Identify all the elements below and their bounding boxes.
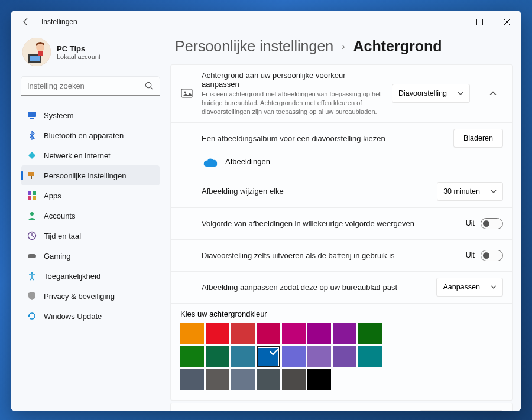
color-swatch[interactable] [358, 346, 382, 367]
nav-label: Tijd en taal [44, 232, 81, 240]
search-box [21, 77, 160, 96]
color-swatch[interactable] [307, 323, 331, 344]
chevron-up-icon [489, 90, 497, 97]
page-title: Achtergrond [353, 38, 442, 55]
close-button[interactable] [493, 12, 520, 31]
profile-name: PC Tips [57, 44, 100, 53]
shuffle-title: Volgorde van afbeeldingen in willekeurig… [202, 219, 458, 228]
search-icon [145, 82, 154, 90]
color-swatch[interactable] [257, 346, 280, 367]
color-swatch[interactable] [282, 369, 306, 390]
sidebar-item-systeem[interactable]: Systeem [21, 105, 160, 125]
color-swatch[interactable] [257, 323, 280, 344]
picture-icon [180, 87, 193, 100]
color-swatch[interactable] [206, 369, 229, 390]
color-swatch[interactable] [333, 323, 356, 344]
browse-button[interactable]: Bladeren [453, 129, 503, 148]
window-title: Instellingen [41, 18, 439, 26]
background-personalize-card: Achtergrond aan uw persoonlijke voorkeur… [170, 64, 513, 401]
album-folder-row[interactable]: Afbeeldingen [171, 154, 512, 175]
svg-rect-13 [28, 172, 34, 176]
sidebar-item-accounts[interactable]: Accounts [21, 206, 160, 226]
svg-rect-6 [30, 56, 40, 61]
svg-rect-21 [28, 254, 36, 258]
sidebar-item-bluetooth-en-apparaten[interactable]: Bluetooth en apparaten [21, 125, 160, 145]
dropdown-value: Aanpassen [443, 283, 480, 291]
sidebar-item-apps[interactable]: Apps [21, 185, 160, 206]
color-swatch-grid [180, 323, 503, 394]
maximize-button[interactable] [466, 12, 493, 31]
profile-subtitle: Lokaal account [57, 53, 100, 60]
color-swatch[interactable] [180, 369, 204, 390]
album-title: Een afbeeldingsalbum voor een diavoorste… [202, 134, 445, 143]
sidebar-item-persoonlijke-instellingen[interactable]: Persoonlijke instellingen [21, 165, 160, 185]
album-folder-name: Afbeeldingen [225, 157, 270, 166]
svg-rect-17 [28, 196, 31, 200]
svg-line-10 [151, 87, 153, 89]
shield-icon [27, 291, 37, 301]
nav-list: SysteemBluetooth en apparatenNetwerk en … [21, 105, 160, 326]
color-swatch[interactable] [206, 323, 229, 344]
access-icon [27, 271, 37, 281]
shuffle-state: Uit [466, 219, 475, 227]
color-swatch[interactable] [282, 323, 306, 344]
battery-toggle[interactable] [481, 250, 503, 261]
color-swatch[interactable] [206, 346, 229, 367]
nav-label: Privacy & beveiliging [44, 292, 115, 301]
window-controls [439, 12, 520, 31]
custom-colors-card: Aangepaste kleuren Kleuren weergeven [170, 403, 513, 411]
profile[interactable]: PC Tips Lokaal account [21, 35, 160, 77]
search-input[interactable] [21, 77, 160, 96]
interval-dropdown[interactable]: 30 minuten [437, 182, 503, 201]
sidebar-item-windows-update[interactable]: Windows Update [21, 306, 160, 326]
color-swatch[interactable] [180, 346, 204, 367]
color-swatch[interactable] [231, 346, 255, 367]
clock-icon [27, 231, 37, 240]
minimize-button[interactable] [439, 12, 466, 31]
color-swatch[interactable] [231, 369, 255, 390]
color-swatch[interactable] [180, 323, 204, 344]
chevron-down-icon [491, 188, 497, 194]
color-swatch[interactable] [231, 323, 255, 344]
color-swatch[interactable] [257, 369, 280, 390]
nav-label: Apps [44, 191, 61, 200]
monitor-icon [27, 110, 37, 120]
svg-rect-8 [38, 51, 43, 56]
bg-subtitle: Er is een achtergrond met afbeeldingen v… [202, 90, 384, 116]
color-swatch[interactable] [307, 346, 331, 367]
sidebar-item-gaming[interactable]: Gaming [21, 246, 160, 266]
breadcrumb-parent[interactable]: Persoonlijke instellingen [175, 38, 333, 55]
show-colors-button[interactable]: Kleuren weergeven [419, 410, 503, 411]
svg-rect-11 [28, 112, 36, 117]
interval-title: Afbeelding wijzigen elke [202, 187, 429, 196]
nav-label: Accounts [44, 211, 75, 220]
settings-window: Instellingen PC Tips Lokaal account Sy [11, 11, 521, 411]
onedrive-icon [203, 157, 218, 167]
nav-label: Toegankelijkheid [44, 272, 100, 281]
color-swatch[interactable] [282, 346, 306, 367]
color-swatch[interactable] [307, 369, 331, 390]
sidebar-item-privacy-beveiliging[interactable]: Privacy & beveiliging [21, 286, 160, 306]
dropdown-value: 30 minuten [443, 187, 480, 196]
sidebar-item-toegankelijkheid[interactable]: Toegankelijkheid [21, 266, 160, 286]
battery-state: Uit [466, 251, 475, 259]
nav-label: Windows Update [44, 312, 102, 321]
nav-label: Bluetooth en apparaten [44, 131, 124, 140]
back-button[interactable] [21, 17, 31, 27]
chevron-right-icon: › [342, 41, 345, 52]
color-swatch[interactable] [333, 346, 356, 367]
svg-rect-15 [28, 191, 31, 195]
sidebar-item-tijd-en-taal[interactable]: Tijd en taal [21, 226, 160, 246]
bluetooth-icon [27, 131, 37, 140]
avatar [22, 38, 51, 66]
collapse-button[interactable] [483, 83, 503, 103]
update-icon [27, 311, 37, 321]
shuffle-toggle[interactable] [481, 218, 503, 229]
svg-rect-12 [30, 118, 34, 119]
color-swatch[interactable] [358, 323, 382, 344]
background-type-dropdown[interactable]: Diavoorstelling [392, 84, 470, 103]
nav-label: Netwerk en internet [44, 151, 111, 160]
fit-dropdown[interactable]: Aanpassen [436, 278, 503, 297]
sidebar-item-netwerk-en-internet[interactable]: Netwerk en internet [21, 145, 160, 165]
nav-label: Gaming [44, 252, 71, 261]
